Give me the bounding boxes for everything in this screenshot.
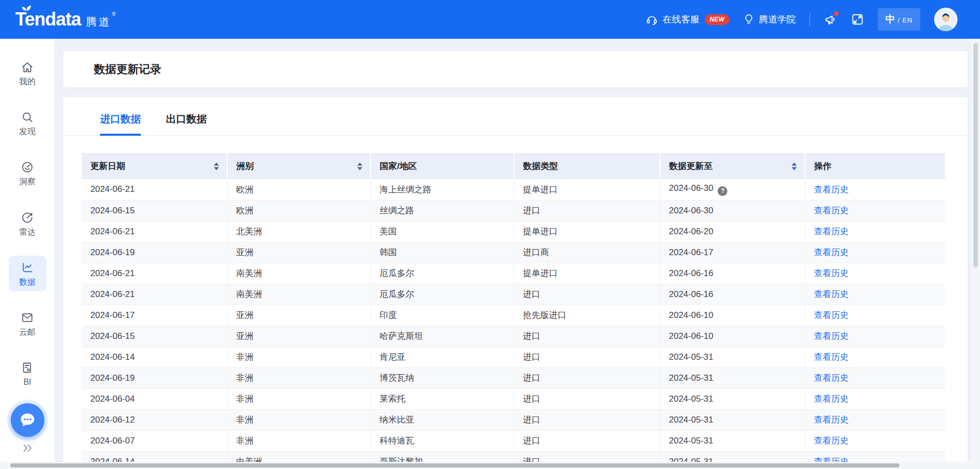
sidebar-item-BI[interactable]: BIBI [9, 356, 46, 391]
sidebar-item-我的[interactable]: 我的 [9, 55, 46, 91]
vertical-scrollbar-thumb[interactable] [973, 43, 978, 267]
sort-asc-icon[interactable] [214, 162, 219, 165]
vertical-scrollbar [971, 39, 980, 469]
mail-icon [20, 311, 34, 325]
view-history-link[interactable]: 查看历史 [814, 394, 849, 404]
sidebar-item-label: 雷达 [19, 227, 36, 237]
sidebar-item-雷达[interactable]: 雷达 [9, 206, 46, 241]
language-toggle[interactable]: 中 / EN [878, 8, 920, 31]
user-avatar[interactable] [934, 8, 958, 31]
view-history-link[interactable]: 查看历史 [814, 289, 849, 299]
app-header: Tendata 腾道 ® 在线客服 NEW [0, 0, 980, 39]
sidebar-item-洞察[interactable]: 洞察 [9, 155, 46, 191]
fullscreen-button[interactable] [851, 13, 864, 26]
table-row: 2024-06-19亚洲韩国进口商2024-06-17查看历史 [82, 242, 945, 263]
sort-asc-icon[interactable] [357, 162, 362, 165]
cell-continent: 欧洲 [227, 200, 371, 221]
column-header-label: 更新日期 [90, 161, 125, 171]
sort-desc-icon[interactable] [214, 167, 219, 170]
cell-country: 科特迪瓦 [371, 430, 514, 451]
table-row: 2024-06-21南美洲厄瓜多尔进口2024-06-16查看历史 [82, 284, 945, 305]
sidebar-item-数据[interactable]: 数据 [9, 256, 46, 291]
sort-desc-icon[interactable] [792, 167, 797, 170]
sidebar-item-云邮[interactable]: 云邮 [9, 306, 46, 341]
table-row: 2024-06-15欧洲丝绸之路进口2024-06-30查看历史 [82, 200, 945, 221]
cell-update-date: 2024-06-15 [82, 326, 227, 347]
sidebar-item-发现[interactable]: 发现 [9, 105, 46, 141]
tab-export-data[interactable]: 出口数据 [166, 113, 207, 136]
sort-carets[interactable] [357, 162, 362, 170]
table-row: 2024-06-14非洲肯尼亚进口2024-05-31查看历史 [82, 347, 945, 367]
view-history-link[interactable]: 查看历史 [814, 206, 849, 215]
view-history-link[interactable]: 查看历史 [814, 268, 849, 278]
cell-update-date: 2024-06-21 [82, 263, 227, 284]
help-icon[interactable]: ? [718, 186, 727, 196]
cell-updated-to: 2024-06-10 [660, 326, 805, 347]
chat-fab-button[interactable] [11, 403, 44, 437]
cell-update-date: 2024-06-21 [82, 221, 227, 242]
cell-updated-to: 2024-05-31 [660, 409, 805, 430]
cell-updated-to: 2024-06-16 [660, 263, 805, 284]
view-history-link[interactable]: 查看历史 [814, 185, 849, 194]
cell-updated-to: 2024-05-31 [660, 430, 805, 451]
column-header-label: 洲别 [236, 161, 254, 171]
cell-data-type: 提单进口 [514, 263, 660, 284]
view-history-link[interactable]: 查看历史 [814, 436, 849, 446]
sidebar-expand-button[interactable] [21, 442, 34, 454]
cell-continent: 南美洲 [227, 263, 371, 284]
announcements-button[interactable] [824, 13, 837, 26]
sort-carets[interactable] [792, 162, 797, 170]
cell-action: 查看历史 [805, 305, 945, 326]
view-history-link[interactable]: 查看历史 [814, 227, 849, 236]
cell-update-date: 2024-06-21 [82, 284, 227, 305]
academy-button[interactable]: 腾道学院 [743, 13, 796, 26]
view-history-link[interactable]: 查看历史 [814, 373, 849, 383]
cell-update-date: 2024-06-19 [82, 367, 227, 388]
horizontal-scrollbar-thumb[interactable] [10, 463, 899, 467]
cell-continent: 非洲 [227, 409, 371, 430]
sidebar-item-label: 发现 [19, 127, 36, 136]
home-icon [20, 60, 34, 74]
cell-country: 厄瓜多尔 [371, 263, 514, 284]
cell-data-type: 抢先版进口 [514, 305, 660, 326]
cell-country: 厄瓜多尔 [371, 284, 514, 305]
cell-country: 韩国 [371, 242, 514, 263]
cell-action: 查看历史 [805, 200, 945, 221]
sort-desc-icon[interactable] [357, 167, 362, 170]
tab-import-data[interactable]: 进口数据 [100, 113, 141, 136]
sort-carets[interactable] [214, 162, 219, 170]
cell-country: 印度 [371, 305, 514, 326]
cell-update-date: 2024-06-12 [82, 409, 227, 430]
sort-asc-icon[interactable] [792, 162, 797, 165]
view-history-link[interactable]: 查看历史 [814, 310, 849, 320]
cell-action: 查看历史 [805, 242, 945, 263]
sidebar-item-label: BI [23, 377, 31, 387]
column-header[interactable]: 数据更新至 [660, 153, 805, 179]
data-chart-icon [20, 261, 34, 275]
column-header[interactable]: 更新日期 [82, 153, 227, 179]
column-header-label: 数据更新至 [669, 161, 713, 171]
data-update-table: 更新日期洲别国家/地区数据类型数据更新至操作 2024-06-21欧洲海上丝绸之… [82, 153, 945, 469]
table-row: 2024-06-21南美洲厄瓜多尔提单进口2024-06-16查看历史 [82, 263, 945, 284]
view-history-link[interactable]: 查看历史 [814, 248, 849, 257]
cell-data-type: 进口商 [514, 242, 660, 263]
view-history-link[interactable]: 查看历史 [814, 331, 849, 341]
table-row: 2024-06-07非洲科特迪瓦进口2024-05-31查看历史 [82, 430, 945, 451]
cell-data-type: 提单进口 [514, 179, 660, 200]
table-header-row: 更新日期洲别国家/地区数据类型数据更新至操作 [82, 153, 945, 179]
cell-continent: 非洲 [227, 367, 371, 388]
online-service-button[interactable]: 在线客服 NEW [646, 13, 729, 26]
column-header[interactable]: 洲别 [227, 153, 371, 179]
cell-update-date: 2024-06-07 [82, 430, 227, 451]
cell-updated-to: 2024-05-31 [660, 367, 805, 388]
column-header: 数据类型 [514, 153, 660, 179]
leaf-icon [22, 4, 31, 11]
cell-updated-to: 2024-05-31 [660, 388, 805, 409]
tendata-logo[interactable]: Tendata 腾道 ® [15, 10, 116, 29]
view-history-link[interactable]: 查看历史 [814, 352, 849, 362]
sidebar-item-label: 洞察 [19, 177, 36, 186]
view-history-link[interactable]: 查看历史 [814, 415, 849, 425]
cell-data-type: 进口 [514, 430, 660, 451]
table-row: 2024-06-19非洲博茨瓦纳进口2024-05-31查看历史 [82, 367, 945, 388]
cell-data-type: 进口 [514, 347, 660, 367]
